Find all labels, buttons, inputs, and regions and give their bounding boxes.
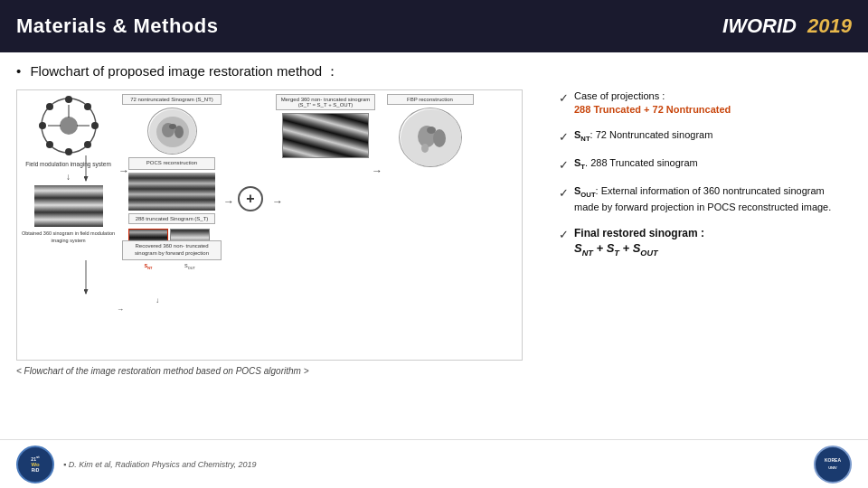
item1-label: Case of projections : xyxy=(574,90,665,101)
annotation-item-3: ✓ ST. 288 Truncated sinogram xyxy=(559,156,852,174)
item4-math: SOUT xyxy=(574,185,596,196)
item4-detail: : External information of 360 nontruncat… xyxy=(574,185,831,212)
col2-label3: 288 truncated Sinogram (S_T) xyxy=(128,213,215,224)
mini-sinogram-1 xyxy=(128,173,215,211)
checkmark-1: ✓ xyxy=(559,90,569,107)
university-logo: KOREA UNIV xyxy=(814,446,852,483)
annotation-text-3: ST. 288 Truncated sinogram xyxy=(574,156,698,173)
checkmark-3: ✓ xyxy=(559,157,569,174)
st-label: SOUT xyxy=(170,263,210,270)
logo-text: 21st Wo RiD xyxy=(31,455,39,473)
header: Materials & Methods IWORID 2019 xyxy=(0,0,868,52)
brand-name: IWORID xyxy=(722,14,797,37)
plus-circle-icon: + xyxy=(238,186,263,211)
col2-pocs-label: POCS reconstruction xyxy=(128,157,215,170)
reference-text: D. Kim et al, Radiation Physics and Chem… xyxy=(69,460,257,469)
section-bullet: • Flowchart of proposed image restoratio… xyxy=(16,63,852,80)
svg-point-4 xyxy=(39,122,46,129)
item3-math: ST xyxy=(574,157,585,168)
item2-math: SNT xyxy=(574,129,590,140)
annotation-text-1: Case of projections : 288 Truncated + 72… xyxy=(574,89,731,117)
svg-point-22 xyxy=(421,144,429,153)
item5-formula: SNT + ST + SOUT xyxy=(574,241,658,255)
recovery-label-box: Recovered 360 non- truncated sinogram by… xyxy=(122,240,222,260)
diagram-col2: 72 nontruncated Sinogram (S_NT) POCS rec… xyxy=(122,94,222,358)
ring-diagram xyxy=(37,94,100,157)
diagram-col5: FBP reconstruction xyxy=(382,94,477,358)
annotation-item-1: ✓ Case of projections : 288 Truncated + … xyxy=(559,89,852,117)
annotation-text-5: Final restored sinogram : SNT + ST + SOU… xyxy=(574,226,704,259)
arrow-down-1: ↓ xyxy=(66,172,71,182)
svg-point-5 xyxy=(91,122,99,129)
arrow-right-5: → xyxy=(372,164,382,177)
arrow-right-3: → xyxy=(117,305,124,314)
item4-sub: OUT xyxy=(580,191,595,199)
annotation-item-5: ✓ Final restored sinogram : SNT + ST + S… xyxy=(559,226,852,259)
annotation-item-2: ✓ SNT: 72 Nontruncated sinogram xyxy=(559,128,852,145)
main-content: • Flowchart of proposed image restoratio… xyxy=(0,52,868,381)
svg-point-2 xyxy=(65,96,72,103)
brand-year: 2019 xyxy=(807,14,852,37)
annotation-text-2: SNT: 72 Nontruncated sinogram xyxy=(574,128,712,145)
annotation-panel: ✓ Case of projections : 288 Truncated + … xyxy=(555,89,852,270)
ct-image xyxy=(147,108,197,155)
flowchart-diagram: Field modulation imaging system ↓ Obtain… xyxy=(16,89,523,361)
svg-point-1 xyxy=(60,117,78,135)
univ-text: KOREA UNIV xyxy=(825,457,841,470)
sinogram-labels: SNT SOUT xyxy=(128,263,215,270)
snt-label: SNT xyxy=(128,263,168,270)
item1-detail: 288 Truncated + 72 Nontruncated xyxy=(574,104,731,115)
bullet-icon: • xyxy=(16,63,21,79)
footer-reference: ▪ D. Kim et al, Radiation Physics and Ch… xyxy=(63,460,257,469)
brand-logo: IWORID 2019 xyxy=(722,14,852,38)
item2-sub: NT xyxy=(580,135,590,143)
arrow-right-2: → xyxy=(223,195,234,208)
diagram-caption: < Flowchart of the image restoration met… xyxy=(16,366,541,376)
col4-label: Merged 360 non- truncated sinogram (S_T'… xyxy=(276,94,375,110)
main-layout: Field modulation imaging system ↓ Obtain… xyxy=(16,89,852,376)
sinogram-image-1 xyxy=(34,185,103,227)
recovery-label: Recovered 360 non- truncated sinogram by… xyxy=(122,240,222,260)
svg-point-21 xyxy=(427,127,436,134)
item5-label: Final restored sinogram : xyxy=(574,227,704,239)
page-title: Materials & Methods xyxy=(16,14,218,38)
col1-label1: Field modulation imaging system xyxy=(25,161,111,168)
merged-sinogram xyxy=(282,113,369,158)
checkmark-4: ✓ xyxy=(559,185,569,202)
item2-detail: : 72 Nontruncated sinogram xyxy=(590,129,713,140)
arrow-down-to-plus: ↓ xyxy=(71,296,243,305)
annotation-text-4: SOUT: External information of 360 nontru… xyxy=(574,184,852,214)
footer-left: 21st Wo RiD ▪ D. Kim et al, Radiation Ph… xyxy=(16,446,257,483)
plus-sign: + xyxy=(234,181,267,217)
col5-label: FBP reconstruction xyxy=(387,94,474,105)
checkmark-5: ✓ xyxy=(559,227,569,243)
svg-point-6 xyxy=(46,103,53,110)
diagram-col4: Merged 360 non- truncated sinogram (S_T'… xyxy=(276,94,375,358)
item3-detail: . 288 Truncated sinogram xyxy=(585,157,698,168)
col1-label2: Obtained 360 sinogram in field modulatio… xyxy=(21,230,116,243)
svg-point-7 xyxy=(84,141,91,148)
diagram-col1: Field modulation imaging system ↓ Obtain… xyxy=(21,94,116,358)
col2-label1: 72 nontruncated Sinogram (S_NT) xyxy=(122,94,222,105)
svg-point-17 xyxy=(169,124,176,129)
svg-point-8 xyxy=(46,141,53,148)
workshop-logo: 21st Wo RiD xyxy=(16,446,54,483)
svg-point-3 xyxy=(65,148,72,155)
bullet-text: Flowchart of proposed image restoration … xyxy=(30,63,339,79)
diagram-area: Field modulation imaging system ↓ Obtain… xyxy=(16,89,541,376)
svg-point-9 xyxy=(84,103,91,110)
kidney-image xyxy=(399,108,462,167)
annotation-item-4: ✓ SOUT: External information of 360 nont… xyxy=(559,184,852,214)
footer: 21st Wo RiD ▪ D. Kim et al, Radiation Ph… xyxy=(0,439,868,488)
checkmark-2: ✓ xyxy=(559,129,569,145)
